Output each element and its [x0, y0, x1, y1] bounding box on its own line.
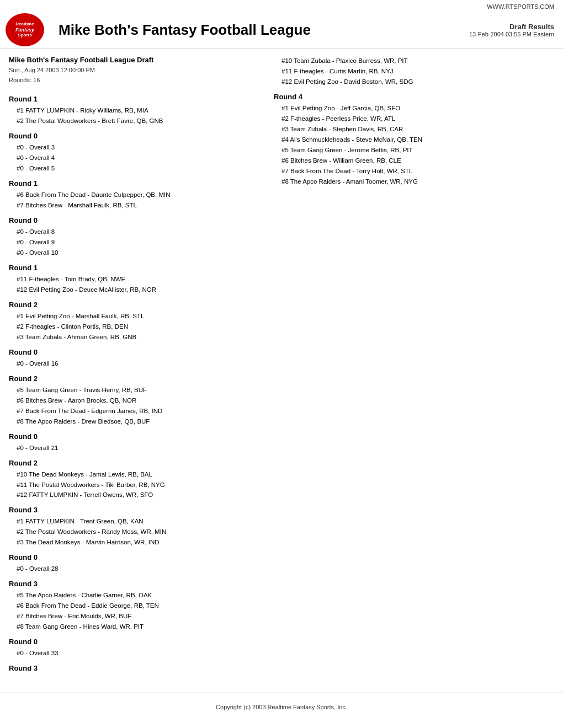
pick-line: #3 The Dead Monkeys - Marvin Harrison, W…: [9, 537, 263, 548]
header-main: Realtime Fantasy Sports Mike Both's Fant…: [0, 11, 563, 49]
pick-line: #4 Al's Schmuckleheads - Steve McNair, Q…: [274, 135, 554, 145]
pick-line: #0 - Overall 9: [9, 237, 263, 248]
pick-line: #7 Bitches Brew - Eric Moulds, WR, BUF: [9, 611, 263, 622]
pick-line: #6 Bitches Brew - William Green, RB, CLE: [274, 156, 554, 166]
left-column: Mike Both's Fantasy Football League Draf…: [9, 56, 263, 675]
footer: Copyright (c) 2003 Realtime Fantasy Spor…: [0, 692, 563, 721]
pick-line: #2 The Postal Woodworkers - Randy Moss, …: [9, 527, 263, 537]
league-title: Mike Both's Fantasy Football League Draf…: [9, 56, 263, 64]
pick-line: #0 - Overall 3: [9, 142, 263, 153]
page-title: Mike Both's Fantasy Football League: [59, 22, 469, 39]
round-header: Round 1: [9, 179, 263, 188]
pick-line: #0 - Overall 10: [9, 248, 263, 258]
logo-circle: Realtime Fantasy Sports: [6, 13, 44, 46]
round-header: Round 4: [274, 93, 554, 101]
pick-line: #5 The Apco Raiders - Charlie Garner, RB…: [9, 590, 263, 601]
pick-line: #0 - Overall 28: [9, 564, 263, 574]
pick-line: #11 The Postal Woodworkers - Tiki Barber…: [9, 480, 263, 490]
pick-line: #2 F-theagles - Peerless Price, WR, ATL: [274, 114, 554, 124]
pick-line: #0 - Overall 5: [9, 163, 263, 174]
right-rounds-container: #10 Team Zubala - Plaxico Burress, WR, P…: [274, 56, 554, 187]
pick-line: #10 The Dead Monkeys - Jamal Lewis, RB, …: [9, 469, 263, 480]
left-rounds-container: Round 1#1 FATTY LUMPKIN - Ricky Williams…: [9, 95, 263, 672]
round-header: Round 2: [9, 374, 263, 383]
round-header: Round 0: [9, 432, 263, 441]
logo-area: Realtime Fantasy Sports: [6, 13, 50, 46]
round-header: Round 0: [9, 132, 263, 140]
title-area: Mike Both's Fantasy Football League: [59, 22, 469, 39]
website-url: WWW.RTSPORTS.COM: [487, 3, 554, 10]
round-header: Round 1: [9, 264, 263, 272]
pick-line: #3 Team Zubala - Ahman Green, RB, GNB: [9, 332, 263, 342]
pick-line: #1 FATTY LUMPKIN - Ricky Williams, RB, M…: [9, 105, 263, 116]
pick-line: #0 - Overall 8: [9, 227, 263, 237]
draft-info: Mike Both's Fantasy Football League Draf…: [9, 56, 263, 85]
round-header: Round 0: [9, 216, 263, 224]
round-header: Round 0: [9, 348, 263, 356]
date-label: 13-Feb-2004 03:55 PM Eastern: [469, 31, 554, 38]
pick-line: #1 Evil Petting Zoo - Marshall Faulk, RB…: [9, 311, 263, 322]
pick-line: #2 F-theagles - Clinton Portis, RB, DEN: [9, 322, 263, 332]
header-top-bar: WWW.RTSPORTS.COM: [0, 0, 563, 11]
copyright-text: Copyright (c) 2003 Realtime Fantasy Spor…: [216, 704, 347, 710]
draft-results-label: Draft Results: [469, 23, 554, 31]
pick-line: #2 The Postal Woodworkers - Brett Favre,…: [9, 116, 263, 126]
round-header: Round 3: [9, 580, 263, 588]
pick-line: #5 Team Gang Green - Jerome Bettis, RB, …: [274, 145, 554, 156]
pick-line: #10 Team Zubala - Plaxico Burress, WR, P…: [274, 56, 554, 66]
pick-line: #12 FATTY LUMPKIN - Terrell Owens, WR, S…: [9, 490, 263, 500]
pick-line: #6 Back From The Dead - Daunte Culpepper…: [9, 190, 263, 200]
pick-line: #12 Evil Petting Zoo - Deuce McAllister,…: [9, 285, 263, 295]
pick-line: #1 FATTY LUMPKIN - Trent Green, QB, KAN: [9, 516, 263, 527]
round-header: Round 2: [9, 459, 263, 467]
pick-line: #11 F-theagles - Tom Brady, QB, NWE: [9, 274, 263, 285]
round-header: Round 3: [9, 506, 263, 514]
draft-rounds: Rounds: 16: [9, 76, 263, 85]
pick-line: #0 - Overall 21: [9, 443, 263, 453]
pick-line: #8 The Apco Raiders - Drew Bledsoe, QB, …: [9, 416, 263, 427]
right-column: #10 Team Zubala - Plaxico Burress, WR, P…: [274, 56, 554, 675]
pick-line: #0 - Overall 4: [9, 153, 263, 163]
pick-line: #0 - Overall 33: [9, 648, 263, 659]
pick-line: #3 Team Zubala - Stephen Davis, RB, CAR: [274, 124, 554, 135]
pick-line: #5 Team Gang Green - Travis Henry, RB, B…: [9, 385, 263, 395]
pick-line: #8 Team Gang Green - Hines Ward, WR, PIT: [9, 622, 263, 632]
pick-line: #0 - Overall 16: [9, 358, 263, 369]
pick-line: #8 The Apco Raiders - Amani Toomer, WR, …: [274, 176, 554, 187]
pick-line: #7 Bitches Brew - Marshall Faulk, RB, ST…: [9, 200, 263, 211]
round-header: Round 0: [9, 638, 263, 646]
pick-line: #7 Back From The Dead - Torry Holt, WR, …: [274, 166, 554, 176]
round-header: Round 1: [9, 95, 263, 103]
pick-line: #12 Evil Petting Zoo - David Boston, WR,…: [274, 77, 554, 87]
pick-line: #11 F-theagles - Curtis Martin, RB, NYJ: [274, 66, 554, 77]
draft-date: Sun., Aug 24 2003 12:00:00 PM: [9, 66, 263, 76]
pick-line: #7 Back From The Dead - Edgerrin James, …: [9, 406, 263, 416]
round-header: Round 3: [9, 664, 263, 672]
round-header: Round 0: [9, 553, 263, 561]
pick-line: #6 Back From The Dead - Eddie George, RB…: [9, 601, 263, 611]
pick-line: #1 Evil Petting Zoo - Jeff Garcia, QB, S…: [274, 103, 554, 114]
header-right: Draft Results 13-Feb-2004 03:55 PM Easte…: [469, 23, 554, 38]
round-header: Round 2: [9, 301, 263, 309]
pick-line: #6 Bitches Brew - Aaron Brooks, QB, NOR: [9, 395, 263, 406]
